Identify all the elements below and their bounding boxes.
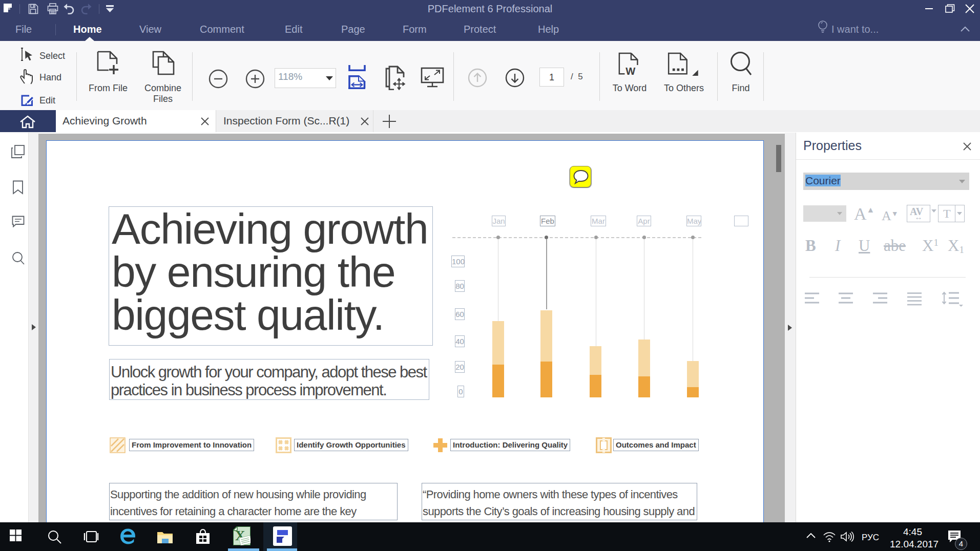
svg-text:W: W [625, 66, 635, 77]
